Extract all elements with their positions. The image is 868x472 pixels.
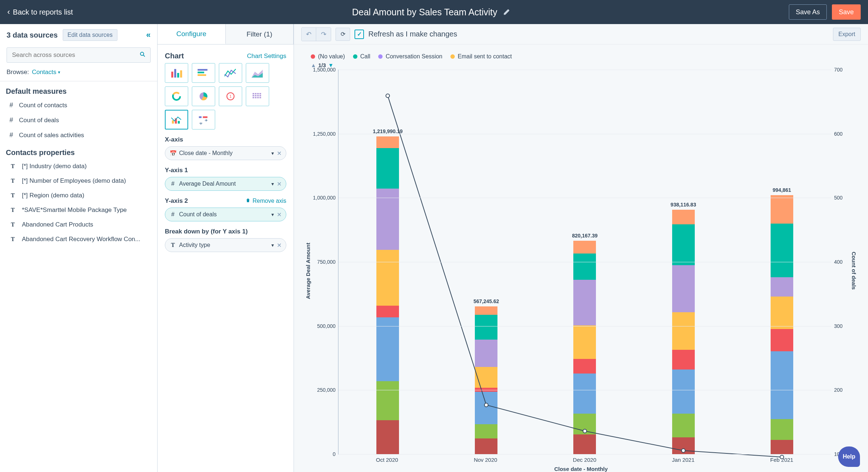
xaxis-label: X-axis (165, 136, 286, 143)
legend-item[interactable]: Conversation Session (378, 53, 442, 60)
chart-preview-area: ↶ ↷ ⟳ ✓ Refresh as I make changes Export… (294, 24, 868, 472)
undo-button[interactable]: ↶ (302, 28, 316, 41)
tab-filter[interactable]: Filter (1) (226, 24, 294, 44)
bar-segment (376, 317, 399, 381)
svg-rect-17 (255, 93, 257, 94)
bar-segment (376, 381, 399, 420)
bar-column[interactable]: 820,167.39 (573, 241, 596, 454)
legend-item[interactable]: Call (353, 53, 371, 60)
bar-column[interactable]: 994,861 (771, 195, 793, 454)
browse-dropdown[interactable]: Contacts ▾ (32, 69, 60, 76)
help-button[interactable]: Help (838, 446, 860, 467)
bar-column[interactable]: 567,245.62 (475, 306, 497, 454)
save-button[interactable]: Save (832, 4, 861, 20)
chart-settings-link[interactable]: Chart Settings (247, 53, 286, 60)
legend-label: (No value) (318, 53, 345, 60)
legend-item[interactable]: Email sent to contact (450, 53, 512, 60)
clear-icon[interactable]: ✕ (277, 242, 282, 249)
caret-down-icon[interactable]: ▾ (271, 242, 274, 248)
search-sources-input[interactable] (7, 47, 151, 63)
bar-segment (475, 438, 497, 454)
default-measures-header: Default measures (0, 81, 157, 98)
text-icon: T (9, 178, 16, 184)
refresh-button[interactable]: ⟳ (336, 28, 350, 41)
caret-down-icon[interactable]: ▾ (271, 181, 274, 187)
property-item[interactable]: T[*] Industry (demo data) (0, 159, 157, 174)
y2-axis-label: Count of deals (849, 70, 859, 472)
bar-column[interactable]: 938,116.83 (672, 210, 695, 454)
property-item[interactable]: TAbandoned Cart Recovery Workflow Con... (0, 232, 157, 247)
y2-tick-label: 200 (834, 387, 842, 393)
export-button[interactable]: Export (833, 28, 861, 41)
auto-refresh-checkbox[interactable]: ✓ (354, 30, 364, 39)
legend-pager: ▲ 1/3 ▼ (303, 62, 859, 68)
chart-type-area[interactable] (246, 63, 269, 83)
bar-segment (771, 351, 793, 419)
chart-type-vertical-bar[interactable] (165, 63, 188, 83)
chart-type-donut[interactable] (165, 86, 188, 106)
measure-item[interactable]: #Count of deals (0, 113, 157, 128)
remove-axis-link[interactable]: Remove axis (245, 198, 286, 204)
contacts-properties-header: Contacts properties (0, 143, 157, 159)
xaxis-pill[interactable]: 📅 Close date - Monthly ▾ ✕ (165, 146, 286, 160)
y2-pill[interactable]: # Count of deals ▾ ✕ (165, 208, 286, 221)
bar-segment (573, 254, 596, 279)
legend-item[interactable]: (No value) (311, 53, 345, 60)
measure-item[interactable]: #Count of sales activities (0, 128, 157, 143)
bar-segment (771, 297, 793, 329)
save-as-button[interactable]: Save As (789, 4, 827, 20)
clear-icon[interactable]: ✕ (277, 211, 282, 218)
y-tick-label: 250,000 (313, 387, 336, 393)
clear-icon[interactable]: ✕ (277, 150, 282, 157)
caret-down-icon: ▾ (58, 70, 60, 75)
bar-column[interactable]: 1,219,990.19 (376, 136, 399, 454)
chart-type-combo[interactable] (165, 110, 188, 129)
measure-item[interactable]: #Count of contacts (0, 98, 157, 113)
chart-type-kpi[interactable]: 1 (219, 86, 242, 106)
property-item[interactable]: T*SAVE*Smarttel Mobile Package Type (0, 203, 157, 217)
undo-redo-group: ↶ ↷ (301, 27, 331, 41)
caret-down-icon[interactable]: ▾ (271, 150, 274, 156)
bar-segment (573, 359, 596, 373)
property-item[interactable]: T[*] Number of Employees (demo data) (0, 174, 157, 188)
svg-text:1: 1 (229, 94, 232, 99)
redo-button[interactable]: ↷ (316, 28, 331, 41)
bar-segment (376, 148, 399, 189)
bar-total-label: 994,861 (773, 187, 791, 193)
bar-segment (573, 434, 596, 454)
breakdown-pill[interactable]: T Activity type ▾ ✕ (165, 238, 286, 252)
clear-icon[interactable]: ✕ (277, 181, 282, 187)
edit-title-icon[interactable] (503, 9, 510, 15)
caret-down-icon[interactable]: ▾ (271, 212, 274, 217)
y-tick-label: 1,250,000 (313, 131, 336, 137)
search-input[interactable] (11, 51, 139, 59)
y1-pill[interactable]: # Average Deal Amount ▾ ✕ (165, 177, 286, 191)
chart-type-horizontal-bar[interactable] (192, 63, 215, 83)
back-to-reports-link[interactable]: ‹ Back to reports list (7, 7, 73, 17)
property-item[interactable]: TAbandoned Cart Products (0, 217, 157, 232)
bar-segment (672, 312, 695, 350)
text-icon: T (9, 192, 16, 199)
collapse-sidebar-icon[interactable]: « (146, 30, 151, 40)
chart-type-line[interactable] (219, 63, 242, 83)
legend-label: Call (360, 53, 371, 60)
bar-segment (771, 224, 793, 277)
y2-tick-label: 500 (834, 195, 842, 201)
chart-type-table[interactable] (246, 86, 269, 106)
property-item[interactable]: T[*] Region (demo data) (0, 188, 157, 203)
configure-panel: Configure Filter (1) Chart Chart Setting… (158, 24, 294, 472)
svg-rect-7 (198, 71, 204, 73)
edit-data-sources-button[interactable]: Edit data sources (63, 29, 117, 41)
chart-section-header: Chart (165, 52, 184, 60)
chart-type-pie[interactable] (192, 86, 215, 106)
bar-segment (771, 195, 793, 224)
chart-type-pivot[interactable] (192, 110, 215, 129)
tab-configure[interactable]: Configure (158, 24, 226, 44)
y-tick-label: 500,000 (313, 323, 336, 329)
bar-total-label: 938,116.83 (671, 202, 696, 208)
bar-segment (672, 370, 695, 414)
chevron-left-icon: ‹ (7, 7, 10, 17)
svg-rect-5 (180, 70, 182, 78)
svg-rect-16 (253, 93, 255, 94)
svg-rect-18 (257, 93, 259, 94)
